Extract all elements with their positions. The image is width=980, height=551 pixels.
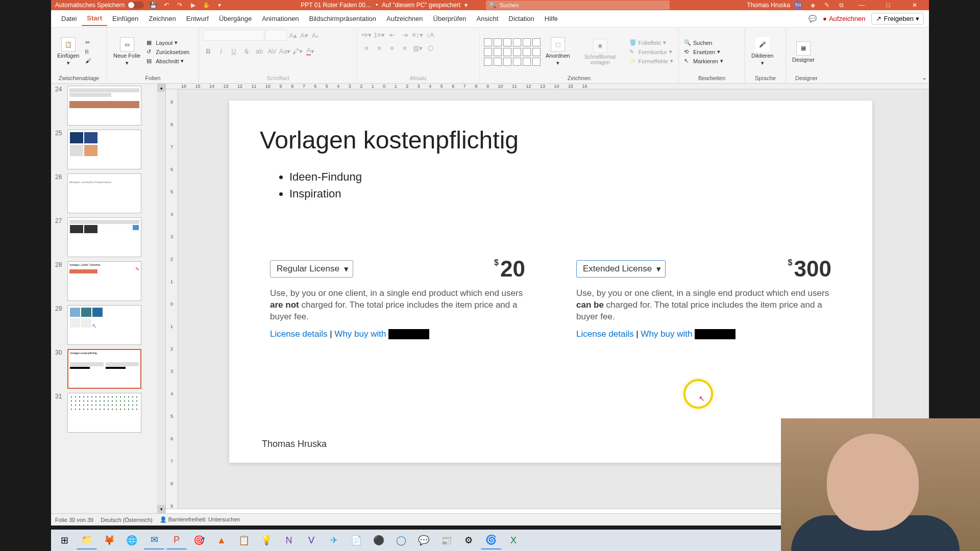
tab-entwurf[interactable]: Entwurf (181, 12, 214, 26)
dictate-button[interactable]: 🎤 Diktieren▾ (749, 35, 775, 68)
change-case-button[interactable]: Aa▾ (280, 46, 290, 56)
increase-font-icon[interactable]: A▴ (288, 30, 298, 40)
slide-title[interactable]: Vorlagen kostenpflichtig (260, 126, 842, 154)
app-icon-4[interactable]: 📰 (436, 531, 456, 549)
window-icon[interactable]: ⧉ (837, 1, 845, 9)
chrome-icon[interactable]: 🌐 (121, 531, 142, 549)
maximize-button[interactable]: □ (878, 0, 898, 10)
record-button[interactable]: Aufzeichnen (823, 15, 865, 22)
select-button[interactable]: ↖Markieren▾ (683, 57, 724, 65)
shape-hex-icon[interactable] (523, 48, 531, 56)
tab-bildschirm[interactable]: Bildschirmpräsentation (304, 12, 381, 26)
why-buy-link[interactable]: Why buy with (641, 329, 692, 339)
search-box[interactable]: 🔍 (486, 1, 670, 10)
slide-thumb-24[interactable]: 24 (55, 86, 161, 126)
slide-thumb-28[interactable]: 28 Vorlagen „Gratis" Greenhat✎ (55, 261, 161, 301)
close-button[interactable]: ✕ (904, 0, 925, 10)
app-icon-3[interactable]: ◯ (391, 531, 411, 549)
scroll-up-icon[interactable]: ▴ (157, 84, 165, 92)
onenote-icon[interactable]: N (279, 531, 299, 549)
shape-rhombus-icon[interactable] (494, 48, 502, 56)
tab-einfuegen[interactable]: Einfügen (107, 12, 143, 26)
align-left-button[interactable]: ≡ (361, 43, 372, 53)
tab-hilfe[interactable]: Hilfe (540, 12, 563, 26)
license-select-regular[interactable]: Regular License (270, 260, 353, 278)
arrange-button[interactable]: ⬚ Anordnen▾ (544, 35, 572, 68)
visual-studio-icon[interactable]: V (301, 531, 322, 549)
clear-format-icon[interactable]: Aₓ (310, 30, 321, 40)
save-icon[interactable]: 💾 (149, 1, 157, 9)
shape-roundrect-icon[interactable] (513, 38, 521, 46)
collapse-ribbon-icon[interactable]: ⌄ (922, 74, 927, 81)
italic-button[interactable]: I (216, 46, 226, 56)
qat-dropdown-icon[interactable]: ▾ (215, 1, 224, 9)
search-input[interactable] (500, 2, 667, 8)
numbering-button[interactable]: 1≡▾ (374, 30, 384, 40)
autosave-switch[interactable]: Automatisches Speichern (55, 2, 144, 9)
smartart-button[interactable]: ⬡ (425, 43, 435, 53)
pencil-icon[interactable]: ✎ (823, 1, 831, 9)
shape-arrowright-icon[interactable] (503, 48, 511, 56)
obs-icon[interactable]: ⚫ (369, 531, 389, 549)
text-direction-button[interactable]: ↕A (425, 30, 435, 40)
font-size-input[interactable] (265, 30, 287, 41)
copy-button[interactable]: ⎘ (84, 48, 93, 56)
highlight-button[interactable]: 🖍▾ (292, 46, 303, 56)
license-details-link[interactable]: License details (576, 329, 633, 339)
font-name-input[interactable] (203, 30, 264, 41)
bold-button[interactable]: B (203, 46, 213, 56)
section-button[interactable]: ▤Abschnitt▾ (145, 57, 190, 65)
thumb-scrollbar[interactable]: ▴ ▾ (157, 84, 165, 513)
align-justify-button[interactable]: ≡ (400, 43, 410, 53)
shape-arrow-icon[interactable] (494, 38, 502, 46)
why-buy-link[interactable]: Why buy with (334, 329, 386, 339)
tab-uebergaenge[interactable]: Übergänge (214, 12, 257, 26)
new-slide-button[interactable]: ▭ Neue Folie ▾ (111, 35, 142, 68)
scroll-down-icon[interactable]: ▾ (157, 505, 165, 513)
shape-freeform-icon[interactable] (523, 58, 531, 66)
paste-button[interactable]: 📋 Einfügen ▾ (55, 35, 81, 68)
vertical-ruler[interactable]: 9876543210123456789 (166, 89, 178, 509)
app-icon-2[interactable]: 💡 (256, 531, 277, 549)
edge-icon[interactable]: 🌀 (481, 531, 501, 549)
reset-button[interactable]: ↺Zurücksetzen (145, 48, 190, 56)
shape-effects-button[interactable]: ✨Formeffekte▾ (628, 57, 675, 65)
slide-thumb-25[interactable]: 25 (55, 130, 161, 169)
tab-start[interactable]: Start (82, 11, 107, 26)
file-explorer-icon[interactable]: 📁 (77, 531, 97, 549)
tab-aufzeichnen[interactable]: Aufzeichnen (381, 12, 428, 26)
align-right-button[interactable]: ≡ (387, 43, 397, 53)
columns-button[interactable]: ▥▾ (412, 43, 423, 53)
app-icon[interactable]: 📋 (234, 531, 254, 549)
shape-outline-button[interactable]: ✎Formkontur▾ (628, 48, 675, 56)
quick-styles-button[interactable]: ◉ Schnellformat vorlagen (575, 37, 625, 67)
outlook-icon[interactable]: ✉ (144, 531, 164, 549)
license-select-extended[interactable]: Extended License (576, 260, 666, 278)
document-title[interactable]: PPT 01 Roter Faden 00… • Auf "diesem PC"… (301, 2, 468, 9)
shape-scribble-icon[interactable] (532, 58, 541, 66)
slide-content[interactable]: Vorlagen kostenpflichtig Ideen-Findung I… (229, 101, 872, 463)
align-center-button[interactable]: ≡ (374, 43, 384, 53)
find-button[interactable]: 🔍Suchen (683, 39, 724, 47)
bullet-list[interactable]: Ideen-Findung Inspiration (280, 168, 842, 202)
minimize-button[interactable]: — (851, 0, 872, 10)
vlc-icon[interactable]: ▲ (211, 531, 232, 549)
comments-icon[interactable]: 💬 (808, 15, 817, 22)
touch-mode-icon[interactable]: ✋ (202, 1, 210, 9)
shadow-button[interactable]: ab (254, 46, 264, 56)
redo-icon[interactable]: ↷ (176, 1, 184, 9)
cut-button[interactable]: ✂ (84, 39, 93, 47)
slide-counter[interactable]: Folie 30 von 39 (55, 517, 93, 523)
line-spacing-button[interactable]: ≡↕▾ (412, 30, 423, 40)
underline-button[interactable]: U (229, 46, 239, 56)
shapes-gallery[interactable] (484, 38, 541, 66)
layout-button[interactable]: ▦Layout▾ (145, 39, 190, 47)
tab-animationen[interactable]: Animationen (257, 12, 304, 26)
shape-curve-icon[interactable] (503, 58, 511, 66)
license-details-link[interactable]: License details (270, 329, 327, 339)
diamond-icon[interactable]: ◈ (808, 1, 817, 9)
slide-thumb-27[interactable]: 27 (55, 217, 161, 257)
shape-line-icon[interactable] (484, 38, 492, 46)
decrease-font-icon[interactable]: A▾ (299, 30, 309, 40)
increase-indent-button[interactable]: ⇥ (400, 30, 410, 40)
